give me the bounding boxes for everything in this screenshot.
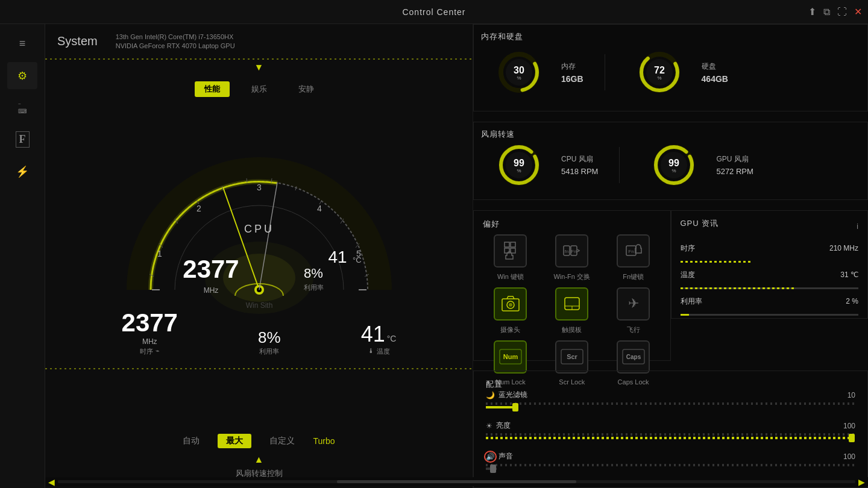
cpu-info: 13th Gen Intel(R) Core(TM) i7-13650HX [116, 33, 235, 40]
pref-win-lock[interactable]: Win 键锁 [483, 234, 538, 281]
system-header: System 13th Gen Intel(R) Core(TM) i7-136… [45, 24, 473, 58]
mem-disk-panel: 内存和硬盘 30 % 内存 16GB [473, 24, 868, 111]
expand-up-arrow[interactable]: ▲ [45, 454, 473, 465]
svg-text:4: 4 [317, 204, 322, 213]
svg-text:Num: Num [503, 353, 518, 360]
cpu-fan-rpm: 5418 RPM [561, 167, 598, 176]
disk-size: 464GB [702, 74, 728, 84]
gpu-corner-indicator: i [857, 222, 858, 231]
config-panel: 配置 🌙 蓝光滤镜 10 [473, 371, 868, 488]
svg-text:1: 1 [157, 249, 162, 258]
fan-mode-turbo[interactable]: Turbo [313, 434, 335, 448]
pref-grid: Win 键锁 fn Fn Win [483, 234, 661, 386]
mode-entertainment[interactable]: 娱乐 [242, 81, 277, 97]
mode-performance[interactable]: 性能 [195, 81, 230, 97]
camera-label: 摄像头 [500, 325, 520, 334]
gpu-usage-value: 2 % [846, 297, 858, 305]
disk-info: 硬盘 464GB [702, 61, 728, 84]
mem-disk-title: 内存和硬盘 [481, 32, 523, 41]
clock-label: 时序 [140, 347, 153, 356]
cpu-fan-label: CPU 风扇 [561, 154, 598, 164]
fan-mode-custom[interactable]: 自定义 [269, 434, 295, 448]
gpu-temp-label: 温度 [681, 270, 695, 280]
svg-text:99: 99 [514, 158, 524, 168]
win-lock-label: Win 键锁 [497, 272, 524, 281]
config-title: 配置 [486, 380, 503, 389]
cpu-freq-display: 2377 [122, 308, 178, 337]
cpu-fan-item: 99 % CPU 风扇 5418 RPM 9 [486, 141, 855, 189]
gpu-usage-row: 利用率 2 % [681, 296, 859, 307]
pref-fn-lock[interactable]: Fn Fn键锁 [606, 234, 661, 281]
volume-slider-thumb[interactable] [490, 465, 496, 473]
cpu-freq-unit: MHz [122, 337, 178, 346]
mode-silent[interactable]: 安静 [289, 81, 324, 97]
keyboard-icon: ~ ⌨ [18, 101, 27, 114]
moon-icon: 🌙 [486, 391, 495, 399]
resource-divider [605, 54, 605, 90]
sidebar: ≡ ⚙ ~ ⌨ F ⚡ [0, 24, 45, 488]
airplane-icon: ✈ [617, 287, 650, 321]
close-icon[interactable]: ✕ [854, 6, 862, 17]
expand-down-arrow[interactable]: ▼ [45, 60, 473, 75]
wifi-icon: ⌁ [156, 347, 160, 356]
svg-text:30: 30 [514, 65, 524, 75]
svg-text:%: % [517, 168, 521, 174]
config-volume: 🔊 声音 100 [486, 451, 855, 470]
sidebar-item-keyboard[interactable]: ~ ⌨ [7, 94, 37, 121]
svg-text:%: % [672, 168, 676, 174]
sidebar-item-settings[interactable]: ⚙ [7, 62, 37, 89]
gpu-info: NVIDIA GeForce RTX 4070 Laptop GPU [116, 42, 235, 49]
right-grid: 内存和硬盘 30 % 内存 16GB [473, 24, 868, 488]
scroll-right-arrow[interactable]: ▶ [858, 477, 865, 487]
sidebar-item-logo[interactable]: F [7, 126, 37, 153]
pref-airplane[interactable]: ✈ 飞行 [606, 287, 661, 334]
volume-name: 🔊 声音 [486, 451, 513, 461]
sidebar-item-menu[interactable]: ≡ [7, 30, 37, 57]
fan-speed-title: 风扇转速 [481, 130, 515, 139]
gpu-fan-info: GPU 风扇 5272 RPM [716, 154, 753, 176]
menu-icon: ≡ [19, 37, 26, 50]
config-brightness: ☀ 亮度 100 [486, 421, 855, 439]
fullscreen-icon[interactable]: ⛶ [837, 7, 847, 17]
blue-light-value: 10 [848, 391, 855, 399]
cpu-fan-info: CPU 风扇 5418 RPM [561, 154, 598, 176]
svg-rect-53 [505, 242, 509, 247]
fan-divider [619, 147, 620, 183]
scroll-track[interactable] [473, 480, 855, 483]
logo-icon: F [16, 131, 30, 148]
fn-lock-icon: Fn [617, 234, 650, 267]
svg-text:Fn: Fn [571, 249, 576, 254]
main-content: System 13th Gen Intel(R) Core(TM) i7-136… [45, 24, 868, 488]
cpu-usage-display: 8% [258, 328, 281, 347]
system-info: 13th Gen Intel(R) Core(TM) i7-13650HX NV… [116, 33, 235, 49]
svg-text:Fn: Fn [628, 249, 634, 254]
pref-camera[interactable]: 摄像头 [483, 287, 538, 334]
volume-value: 100 [843, 452, 855, 461]
svg-text:99: 99 [669, 158, 680, 168]
scroll-thumb [473, 480, 576, 483]
memory-item: 30 % 内存 16GB 72 [486, 48, 855, 96]
bottom-separator [45, 368, 473, 369]
brightness-name: ☀ 亮度 [486, 421, 511, 431]
pref-win-fn[interactable]: fn Fn Win-Fn 交换 [544, 234, 600, 281]
blue-light-slider-track [486, 402, 855, 405]
airplane-label: 飞行 [627, 325, 640, 334]
pref-touchpad[interactable]: 触摸板 [544, 287, 600, 334]
export-icon[interactable]: ⬆ [808, 6, 816, 17]
win-fn-icon: fn Fn [555, 234, 588, 267]
touchpad-label: 触摸板 [562, 325, 582, 334]
gpu-clock-value: 210 MHz [829, 244, 858, 252]
volume-slider-track [486, 464, 855, 466]
title-bar: Control Center ⬆ ⧉ ⛶ ✕ [0, 0, 868, 24]
gpu-fan-label: GPU 风扇 [716, 154, 753, 164]
fan-mode-auto[interactable]: 自动 [183, 434, 200, 448]
brightness-slider-thumb[interactable] [849, 434, 855, 442]
title-bar-title: Control Center [402, 7, 465, 17]
gpu-clock-label: 时序 [681, 243, 695, 254]
restore-icon[interactable]: ⧉ [823, 7, 830, 17]
fan-mode-max[interactable]: 最大 [218, 434, 251, 448]
sidebar-item-battery[interactable]: ⚡ [7, 158, 37, 185]
blue-light-slider-thumb[interactable] [512, 403, 518, 411]
svg-text:2377: 2377 [183, 255, 239, 283]
sun-icon: ☀ [486, 422, 492, 430]
